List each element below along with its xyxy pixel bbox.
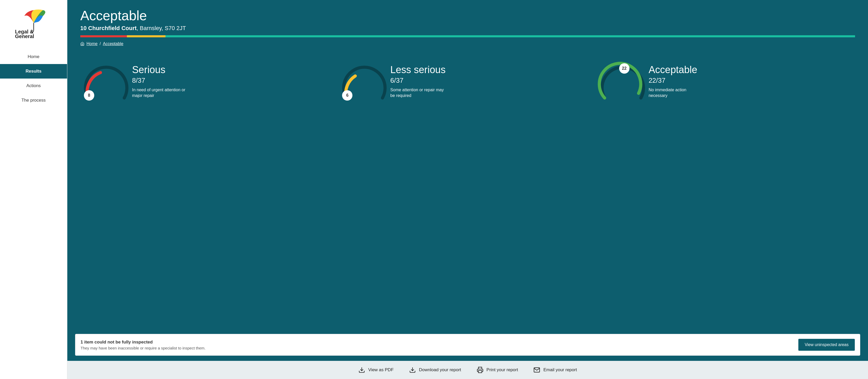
print-report-action[interactable]: Print your report bbox=[477, 367, 518, 373]
download-report-action[interactable]: Download your report bbox=[409, 367, 461, 373]
score-ratio-serious: 8/37 bbox=[132, 77, 189, 85]
sidebar-item-the-process[interactable]: The process bbox=[0, 93, 67, 108]
scores-area: 8 Serious 8/37 In need of urgent attenti… bbox=[67, 51, 868, 334]
header: Acceptable 10 Churchfield Court, Barnsle… bbox=[67, 0, 868, 51]
notice-bold: 1 item could not be fully inspected bbox=[81, 340, 206, 345]
email-icon bbox=[533, 367, 540, 373]
email-report-action[interactable]: Email your report bbox=[533, 367, 577, 373]
view-as-pdf-action[interactable]: View as PDF bbox=[359, 367, 394, 373]
main-content: Acceptable 10 Churchfield Court, Barnsle… bbox=[67, 0, 868, 379]
score-info-less-serious: Less serious 6/37 Some attention or repa… bbox=[390, 62, 447, 99]
download-icon-pdf bbox=[359, 367, 365, 373]
view-uninspected-button[interactable]: View uninspected areas bbox=[798, 339, 855, 351]
property-address: 10 Churchfield Court, Barnsley, S70 2JT bbox=[80, 25, 855, 32]
notice-bar: 1 item could not be fully inspected They… bbox=[75, 334, 860, 356]
view-as-pdf-label: View as PDF bbox=[368, 367, 394, 373]
score-desc-less-serious: Some attention or repair may be required bbox=[390, 87, 447, 99]
score-card-serious: 8 Serious 8/37 In need of urgent attenti… bbox=[80, 59, 338, 323]
address-rest: , Barnsley, S70 2JT bbox=[137, 25, 186, 31]
print-report-label: Print your report bbox=[487, 367, 518, 373]
svg-rect-5 bbox=[478, 371, 482, 373]
breadcrumb-home[interactable]: Home bbox=[87, 41, 98, 46]
home-icon bbox=[80, 42, 85, 46]
download-icon-report bbox=[409, 367, 416, 373]
notice-text: 1 item could not be fully inspected They… bbox=[81, 340, 206, 350]
notice-sub: They may have been inaccessible or requi… bbox=[81, 346, 206, 350]
sidebar-item-actions[interactable]: Actions bbox=[0, 79, 67, 93]
score-desc-serious: In need of urgent attention or major rep… bbox=[132, 87, 189, 99]
score-title-acceptable: Acceptable bbox=[649, 64, 706, 76]
gauge-number-acceptable: 22 bbox=[619, 63, 629, 74]
svg-text:General: General bbox=[15, 33, 34, 38]
score-info-serious: Serious 8/37 In need of urgent attention… bbox=[132, 62, 189, 99]
sidebar: Legal & General Home Results Actions The… bbox=[0, 0, 67, 379]
download-report-label: Download your report bbox=[419, 367, 461, 373]
sidebar-navigation: Home Results Actions The process bbox=[0, 50, 67, 108]
score-title-less-serious: Less serious bbox=[390, 64, 447, 76]
progress-less-serious bbox=[127, 35, 166, 37]
score-desc-acceptable: No immediate action necessary bbox=[649, 87, 706, 99]
progress-bar bbox=[80, 35, 855, 37]
gauge-acceptable: 22 bbox=[597, 62, 649, 103]
score-row-less-serious: 6 Less serious 6/37 Some attention or re… bbox=[338, 62, 447, 106]
page-title: Acceptable bbox=[80, 8, 855, 23]
gauge-less-serious: 6 bbox=[338, 62, 390, 103]
breadcrumb-current[interactable]: Acceptable bbox=[103, 41, 123, 46]
score-row-serious: 8 Serious 8/37 In need of urgent attenti… bbox=[80, 62, 189, 106]
score-ratio-less-serious: 6/37 bbox=[390, 77, 447, 85]
gauge-number-serious: 8 bbox=[84, 90, 94, 100]
gauge-serious: 8 bbox=[80, 62, 132, 103]
logo: Legal & General bbox=[10, 8, 57, 39]
progress-serious bbox=[80, 35, 127, 37]
score-card-acceptable: 22 Acceptable 22/37 No immediate action … bbox=[597, 59, 855, 323]
breadcrumb: Home / Acceptable bbox=[80, 41, 855, 51]
score-title-serious: Serious bbox=[132, 64, 189, 76]
progress-acceptable bbox=[165, 35, 855, 37]
score-info-acceptable: Acceptable 22/37 No immediate action nec… bbox=[649, 62, 706, 99]
score-row-acceptable: 22 Acceptable 22/37 No immediate action … bbox=[597, 62, 706, 106]
address-bold: 10 Churchfield Court bbox=[80, 25, 137, 31]
footer-bar: View as PDF Download your report Print y… bbox=[67, 361, 868, 379]
email-report-label: Email your report bbox=[543, 367, 577, 373]
sidebar-item-results[interactable]: Results bbox=[0, 64, 67, 79]
breadcrumb-separator: / bbox=[100, 41, 101, 46]
sidebar-item-home[interactable]: Home bbox=[0, 50, 67, 64]
score-card-less-serious: 6 Less serious 6/37 Some attention or re… bbox=[338, 59, 597, 323]
print-icon bbox=[477, 367, 484, 373]
score-ratio-acceptable: 22/37 bbox=[649, 77, 706, 85]
